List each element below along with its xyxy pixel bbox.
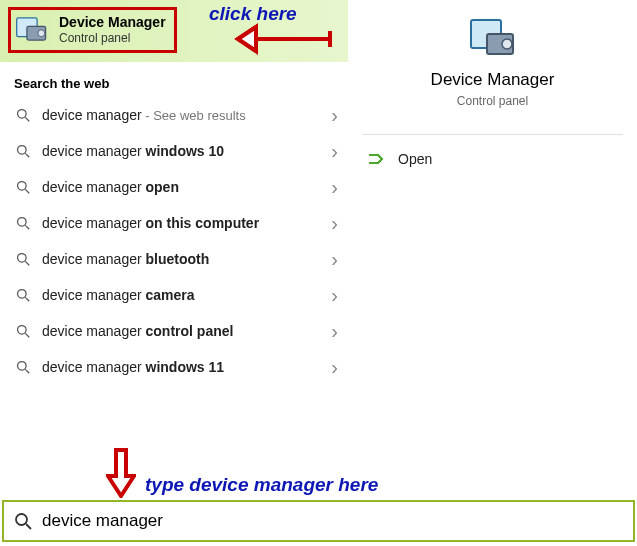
suggestion-item[interactable]: device manager windows 10› [0, 133, 348, 169]
suggestion-item[interactable]: device manager - See web results› [0, 97, 348, 133]
svg-point-3 [18, 110, 27, 119]
detail-title: Device Manager [348, 70, 637, 90]
device-manager-icon [15, 14, 49, 44]
suggestion-label: device manager - See web results [42, 107, 331, 123]
suggestion-item[interactable]: device manager windows 11› [0, 349, 348, 385]
search-icon [14, 252, 32, 266]
suggestion-item[interactable]: device manager on this computer› [0, 205, 348, 241]
svg-line-12 [25, 261, 29, 265]
svg-point-22 [16, 514, 27, 525]
search-icon [14, 144, 32, 158]
chevron-right-icon: › [331, 140, 338, 163]
chevron-right-icon: › [331, 248, 338, 271]
detail-subtitle: Control panel [348, 94, 637, 108]
suggestion-item[interactable]: device manager camera› [0, 277, 348, 313]
svg-point-13 [18, 290, 27, 299]
svg-point-9 [18, 218, 27, 227]
suggestion-item[interactable]: device manager control panel› [0, 313, 348, 349]
svg-line-6 [25, 153, 29, 157]
suggestion-label: device manager on this computer [42, 215, 331, 231]
chevron-right-icon: › [331, 212, 338, 235]
best-match-subtitle: Control panel [59, 31, 166, 45]
detail-pane: Device Manager Control panel Open [348, 0, 637, 472]
suggestion-label: device manager camera [42, 287, 331, 303]
svg-point-21 [502, 39, 512, 49]
detail-header: Device Manager Control panel [348, 0, 637, 134]
svg-line-4 [25, 117, 29, 121]
arrow-left-annotation-icon [214, 22, 334, 56]
search-web-section-label: Search the web [0, 62, 348, 97]
svg-point-17 [18, 362, 27, 371]
suggestion-label: device manager bluetooth [42, 251, 331, 267]
open-label: Open [398, 151, 432, 167]
chevron-right-icon: › [331, 104, 338, 127]
best-match-highlight-box: Device Manager Control panel [8, 7, 177, 53]
annotation-click-here: click here [209, 3, 297, 25]
device-manager-icon [469, 16, 517, 58]
suggestion-item[interactable]: device manager bluetooth› [0, 241, 348, 277]
svg-point-11 [18, 254, 27, 263]
search-bar[interactable] [2, 500, 635, 542]
svg-point-5 [18, 146, 27, 155]
results-pane: Device Manager Control panel click here … [0, 0, 348, 472]
suggestion-item[interactable]: device manager open› [0, 169, 348, 205]
search-icon [12, 512, 34, 530]
chevron-right-icon: › [331, 356, 338, 379]
best-match-text: Device Manager Control panel [59, 14, 166, 45]
search-icon [14, 180, 32, 194]
suggestion-list: device manager - See web results›device … [0, 97, 348, 385]
search-icon [14, 288, 32, 302]
best-match-row[interactable]: Device Manager Control panel click here [0, 0, 348, 62]
svg-line-14 [25, 297, 29, 301]
annotation-type-here: type device manager here [145, 474, 378, 496]
search-input[interactable] [42, 511, 625, 531]
best-match-title: Device Manager [59, 14, 166, 30]
svg-line-18 [25, 369, 29, 373]
suggestion-label: device manager windows 10 [42, 143, 331, 159]
open-action[interactable]: Open [348, 135, 637, 183]
search-icon [14, 360, 32, 374]
svg-line-16 [25, 333, 29, 337]
svg-point-7 [18, 182, 27, 191]
suggestion-label: device manager open [42, 179, 331, 195]
chevron-right-icon: › [331, 176, 338, 199]
chevron-right-icon: › [331, 284, 338, 307]
svg-line-8 [25, 189, 29, 193]
chevron-right-icon: › [331, 320, 338, 343]
suggestion-label: device manager control panel [42, 323, 331, 339]
svg-line-23 [26, 524, 31, 529]
search-icon [14, 108, 32, 122]
svg-point-15 [18, 326, 27, 335]
suggestion-label: device manager windows 11 [42, 359, 331, 375]
open-icon [368, 152, 384, 166]
search-icon [14, 324, 32, 338]
svg-line-10 [25, 225, 29, 229]
search-icon [14, 216, 32, 230]
svg-point-2 [38, 30, 45, 37]
